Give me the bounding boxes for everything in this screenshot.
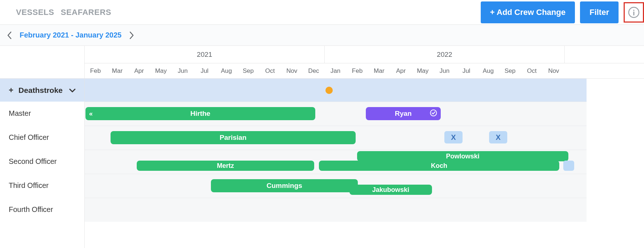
month-label: Oct <box>521 63 543 78</box>
month-label: Sep <box>237 63 259 78</box>
vessel-name[interactable]: Deathstroke <box>19 86 63 95</box>
vessel-marker[interactable] <box>325 87 333 94</box>
month-label: Jul <box>194 63 216 78</box>
month-label: Jun <box>172 63 194 78</box>
month-label: Mar <box>107 63 128 78</box>
month-label: Nov <box>281 63 303 78</box>
date-range-label[interactable]: February 2021 - January 2025 <box>15 31 127 39</box>
month-label: May <box>150 63 172 78</box>
add-crew-change-button[interactable]: + Add Crew Change <box>481 1 575 23</box>
vessel-row-header: + Deathstroke <box>0 79 84 102</box>
chevron-down-icon[interactable] <box>69 86 76 95</box>
assignment-bar[interactable]: Jakubowski <box>349 185 432 195</box>
assignment-bar[interactable] <box>563 161 574 171</box>
tab-seafarers[interactable]: SEAFARERS <box>61 8 111 17</box>
rank-row-label: Chief Officer <box>0 126 84 150</box>
month-label: May <box>412 63 434 78</box>
year-label: 2021 <box>85 46 325 63</box>
month-label: Jul <box>456 63 477 78</box>
month-label: Sep <box>499 63 521 78</box>
month-label: Mar <box>368 63 390 78</box>
prev-range-button[interactable] <box>4 30 15 40</box>
check-icon <box>430 109 437 118</box>
rank-row-label: Master <box>0 102 84 126</box>
month-label: Nov <box>543 63 565 78</box>
next-range-button[interactable] <box>127 30 137 40</box>
date-range-bar: February 2021 - January 2025 <box>0 25 644 46</box>
month-label: Aug <box>477 63 499 78</box>
tab-vessels[interactable]: VESSELS <box>16 8 54 17</box>
assignment-bar[interactable]: Powlowski <box>357 151 568 161</box>
rank-row-label: Fourth Officer <box>0 198 84 222</box>
assignment-bar[interactable]: X <box>444 131 463 143</box>
assignment-bar[interactable]: Hirthe« <box>85 107 315 120</box>
assignment-bar[interactable]: Cummings <box>211 179 358 192</box>
assignment-bar[interactable]: Koch <box>319 161 559 171</box>
gantt-canvas: Hirthe«RyanParisianXXPowlowskiMertzKochC… <box>85 79 587 222</box>
month-label: Aug <box>216 63 237 78</box>
month-label: Apr <box>128 63 150 78</box>
month-label: Feb <box>347 63 368 78</box>
assignment-bar[interactable]: Ryan <box>366 107 441 120</box>
info-icon[interactable] <box>624 2 644 23</box>
assignment-bar[interactable]: Mertz <box>137 161 314 171</box>
assignment-bar[interactable]: X <box>489 131 507 143</box>
month-header: FebMarAprMayJunJulAugSepOctNovDecJanFebM… <box>85 63 644 79</box>
year-label: 2022 <box>325 46 565 63</box>
month-label: Jan <box>325 63 347 78</box>
overflow-left-icon: « <box>89 110 93 118</box>
month-label: Oct <box>259 63 281 78</box>
month-label: Dec <box>303 63 325 78</box>
left-column: + Deathstroke MasterChief OfficerSecond … <box>0 46 85 248</box>
top-tabs: VESSELS SEAFARERS <box>16 8 111 17</box>
filter-button[interactable]: Filter <box>580 1 619 23</box>
month-label: Jun <box>434 63 456 78</box>
rank-row-label: Third Officer <box>0 174 84 198</box>
rank-row-label: Second Officer <box>0 150 84 174</box>
assignment-bar[interactable]: Parisian <box>111 131 356 144</box>
month-label: Feb <box>85 63 107 78</box>
month-label: Apr <box>390 63 412 78</box>
add-vessel-icon[interactable]: + <box>9 86 13 95</box>
year-header: 20212022 <box>85 46 644 63</box>
svg-point-26 <box>431 110 437 116</box>
topbar: VESSELS SEAFARERS + Add Crew Change Filt… <box>0 0 644 25</box>
